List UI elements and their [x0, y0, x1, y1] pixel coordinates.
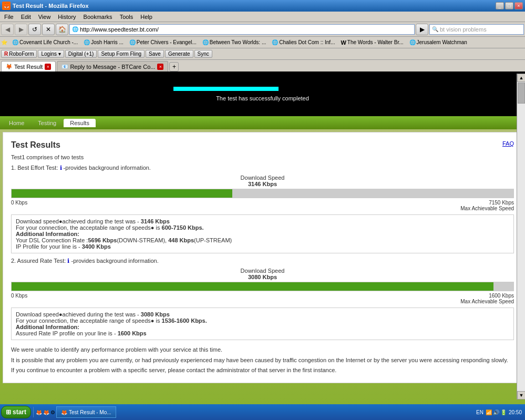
be-line4: Your DSL Connection Rate :5696 Kbps(DOWN…: [16, 237, 509, 243]
menu-history[interactable]: History: [55, 13, 79, 21]
title-bar: 🦊 Test Result - Mozilla Firefox _ □ ×: [0, 0, 525, 12]
maximize-button[interactable]: □: [505, 2, 513, 9]
best-effort-bar-fill: [12, 189, 232, 198]
assured-rate-speed-labels: 0 Kbps 1600 Kbps Max Achievable Speed: [11, 293, 514, 304]
minimize-button[interactable]: _: [496, 2, 504, 9]
best-effort-section-title: 1. Best Effort Test: ℹ -provides backgro…: [11, 165, 514, 171]
assured-rate-bar-fill: [12, 282, 493, 291]
stop-button[interactable]: ✕: [42, 24, 55, 35]
best-effort-info-icon[interactable]: ℹ: [60, 165, 62, 171]
menu-file[interactable]: File: [1, 13, 17, 21]
progress-bar: [173, 87, 352, 91]
forward-button[interactable]: ▶: [15, 24, 27, 35]
bookmark-words[interactable]: WThe Words - Walter Br...: [338, 39, 406, 46]
bookmark-label: The Words - Walter Br...: [347, 39, 404, 45]
taskbar-right: EN 📶🔊🔋 20:50: [476, 409, 524, 415]
menu-edit[interactable]: Edit: [18, 13, 34, 21]
assured-rate-section-title: 2. Assured Rate Test: ℹ -provides backgr…: [11, 258, 514, 264]
bookmark-jerusalem[interactable]: 🌐Jerusalem Watchman: [407, 39, 470, 46]
bookmark-label: Covenant Life Church -...: [19, 39, 78, 45]
scroll-thumb[interactable]: [518, 83, 525, 104]
close-button[interactable]: ×: [514, 2, 523, 9]
menu-view[interactable]: View: [35, 13, 54, 21]
bookmark-label: Between Two Worlds: ...: [210, 39, 266, 45]
be-line1: Download speed●achieved during the test …: [16, 218, 509, 224]
logins-button[interactable]: Logins ▾: [38, 50, 64, 58]
bookmark-josh[interactable]: 🌐Josh Harris ...: [81, 39, 126, 46]
address-bar[interactable]: 🌐 http://www.speedtester.bt.com/: [69, 24, 415, 35]
sync-button[interactable]: Sync: [194, 50, 212, 58]
bookmark-label: Josh Harris ...: [91, 39, 123, 45]
tab-close-button[interactable]: ×: [45, 64, 51, 70]
bookmark-label: Peter Chivers - Evangel...: [137, 39, 197, 45]
assured-rate-download-label: Download Speed: [11, 268, 514, 274]
generate-button[interactable]: Generate: [165, 50, 193, 58]
go-button[interactable]: ▶: [416, 24, 428, 35]
bookmark-label: Chalies Dot Com :: Inf...: [279, 39, 335, 45]
best-effort-download-label: Download Speed: [11, 175, 514, 181]
page-nav-tabs: Home Testing Results: [0, 116, 525, 129]
taskbar: ⊞ start 🦊 🦊 ⚙ 🦊 Test Result - Mo... EN 📶…: [0, 404, 525, 420]
roboform-button[interactable]: R RoboForm: [1, 50, 37, 58]
nav-tab-testing[interactable]: Testing: [32, 119, 63, 127]
assured-rate-info-box: Download speed●achieved during the test …: [11, 308, 514, 340]
taskbar-firefox-item[interactable]: 🦊 Test Result - Mo...: [56, 406, 116, 418]
address-text: http://www.speedtester.bt.com/: [80, 26, 159, 33]
test-area: The test has successfully completed: [0, 71, 525, 116]
footer-text: We were unable to identify any performan…: [11, 345, 514, 375]
bookmark-chalies[interactable]: 🌐Chalies Dot Com :: Inf...: [269, 39, 337, 46]
digital-button[interactable]: Digital (+1): [65, 50, 97, 58]
navigation-toolbar: ◀ ▶ ↺ ✕ 🏠 🌐 http://www.speedtester.bt.co…: [0, 22, 525, 37]
nav-tab-home[interactable]: Home: [3, 119, 30, 127]
new-tab-button[interactable]: +: [169, 62, 179, 71]
save-button[interactable]: Save: [146, 50, 164, 58]
results-title: Test Results: [11, 140, 60, 150]
results-subtitle: Test1 comprises of two tests: [11, 154, 514, 160]
bookmark-peter[interactable]: 🌐Peter Chivers - Evangel...: [127, 39, 199, 46]
best-effort-speed-bar: [11, 189, 514, 198]
search-bar[interactable]: 🔍 bt vision problems: [429, 24, 524, 35]
results-outer: Test Results FAQ Test1 comprises of two …: [0, 129, 525, 409]
scroll-track[interactable]: [517, 82, 525, 391]
assured-rate-bar-remaining: [493, 282, 513, 291]
bookmark-between[interactable]: 🌐Between Two Worlds: ...: [200, 39, 269, 46]
firefox-icon: 🦊: [2, 2, 11, 10]
tab-label: Reply to Message - BTCare Co...: [70, 64, 155, 70]
menu-tools[interactable]: Tools: [117, 13, 137, 21]
scrollbar[interactable]: ▲ ▼: [517, 74, 525, 399]
home-button[interactable]: 🏠: [56, 24, 68, 35]
best-effort-speed-labels: 0 Kbps 7150 Kbps Max Achievable Speed: [11, 200, 514, 211]
bookmark-covenant[interactable]: 🌐Covenant Life Church -...: [9, 39, 80, 46]
tab-test-result[interactable]: 🦊 Test Result ×: [1, 61, 56, 71]
menu-help[interactable]: Help: [137, 13, 156, 21]
test-status-text: The test has successfully completed: [216, 95, 309, 101]
be-line5: IP Profile for your line is - 3400 Kbps: [16, 243, 509, 250]
window-controls[interactable]: _ □ ×: [496, 2, 523, 9]
tab-close-button[interactable]: ×: [157, 64, 163, 70]
faq-link[interactable]: FAQ: [502, 140, 514, 150]
setup-form-fling-button[interactable]: Setup Form Fling: [98, 50, 145, 58]
ar-line4: Assured Rate IP profile on your line is …: [16, 330, 509, 336]
menu-bar: File Edit View History Bookmarks Tools H…: [0, 12, 525, 22]
best-effort-bar-remaining: [232, 189, 513, 198]
ar-line3: Additional Information:: [16, 324, 509, 330]
be-line3: Additional Information:: [16, 231, 509, 237]
nav-tab-results[interactable]: Results: [64, 119, 96, 127]
bookmark-label: Jerusalem Watchman: [417, 39, 467, 45]
window-title: Test Result - Mozilla Firefox: [13, 3, 89, 9]
reload-button[interactable]: ↺: [28, 24, 41, 35]
search-text: bt vision problems: [440, 26, 487, 33]
results-header: Test Results FAQ: [11, 140, 514, 150]
back-button[interactable]: ◀: [1, 24, 14, 35]
tab-label: Test Result: [14, 64, 43, 70]
start-button[interactable]: ⊞ start: [1, 406, 31, 418]
assured-rate-info-icon[interactable]: ℹ: [67, 258, 69, 264]
ar-line2: For your connection, the acceptable rang…: [16, 317, 509, 324]
best-effort-info-box: Download speed●achieved during the test …: [11, 214, 514, 253]
results-panel: Test Results FAQ Test1 comprises of two …: [3, 132, 522, 383]
roboform-bar: R RoboForm Logins ▾ Digital (+1) Setup F…: [0, 48, 525, 60]
scroll-up-button[interactable]: ▲: [517, 74, 525, 82]
scroll-down-button[interactable]: ▼: [517, 391, 525, 399]
tab-reply[interactable]: 📧 Reply to Message - BTCare Co... ×: [57, 61, 168, 71]
menu-bookmarks[interactable]: Bookmarks: [80, 13, 116, 21]
